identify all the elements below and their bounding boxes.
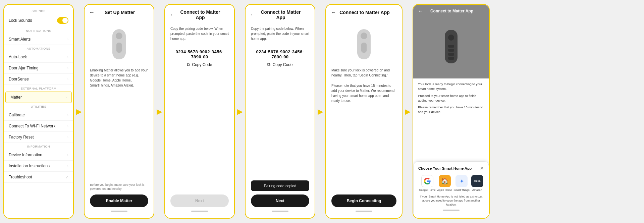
amazon-label: Amazon — [472, 188, 482, 191]
frame6-text-area: Your lock is ready to begin connecting t… — [413, 78, 489, 120]
frame3-body-text: Copy the pairing code below. When prompt… — [170, 26, 229, 41]
section-external: EXTERNAL PLATFORM — [4, 85, 73, 92]
arrow-1 — [74, 0, 84, 223]
factory-reset-row[interactable]: Factory Reset › — [4, 132, 73, 143]
wifi-row[interactable]: Connect To Wi-Fi Network › — [4, 121, 73, 132]
matter-label: Matter — [10, 95, 22, 100]
copy-icon: ⧉ — [267, 62, 270, 67]
door-ajar-label: Door Ajar Timing — [9, 66, 39, 70]
lock-sounds-toggle[interactable] — [57, 17, 68, 24]
apple-home-app[interactable]: 🏠 Apple Home — [437, 175, 452, 191]
chevron-icon: › — [67, 55, 68, 59]
amazon-icon: alexa — [471, 175, 483, 187]
section-sounds: SOUNDS — [4, 7, 73, 14]
home-indicator — [272, 211, 288, 212]
frame4-body-text: Copy the pairing code below. When prompt… — [251, 26, 309, 41]
chevron-icon: › — [67, 153, 68, 157]
next-button[interactable]: Next — [251, 194, 309, 207]
install-instructions-row[interactable]: Installation Instructions › — [4, 161, 73, 172]
doorsense-row[interactable]: DoorSense › — [4, 74, 73, 85]
auto-lock-label: Auto-Lock — [9, 55, 27, 59]
copy-code-label: Copy Code — [192, 62, 212, 67]
back-button[interactable]: ← — [89, 9, 95, 15]
frame5-header: ← Connect to Matter App — [326, 5, 402, 18]
back-button[interactable]: ← — [170, 12, 175, 18]
modal-title: Choose Your Smart Home App — [418, 166, 472, 170]
doorsense-label: DoorSense — [9, 77, 29, 81]
frame6-title: Connect to Matter App — [426, 9, 478, 13]
home-indicator — [111, 211, 127, 212]
smart-home-modal: Choose Your Smart Home App ✕ Google Home… — [413, 161, 489, 218]
back-button[interactable]: ← — [331, 9, 336, 15]
section-information: INFORMATION — [4, 143, 73, 150]
modal-footer-text: If your Smart Home App is not listed as … — [418, 195, 484, 207]
auto-lock-row[interactable]: Auto-Lock › — [4, 52, 73, 63]
external-link-icon: ⤢ — [65, 175, 68, 179]
smart-alerts-label: Smart Alerts — [9, 37, 31, 42]
wifi-label: Connect To Wi-Fi Network — [9, 124, 55, 128]
chevron-icon: › — [67, 77, 68, 81]
chevron-icon: › — [67, 135, 68, 139]
connect-matter-screen-1: ← Connect to Matter App Copy the pairing… — [164, 4, 235, 219]
arrow-3 — [235, 0, 245, 223]
chevron-icon: › — [65, 95, 67, 99]
home-indicator — [356, 211, 372, 212]
svg-rect-5 — [361, 43, 367, 53]
google-home-app[interactable]: Google Home — [419, 175, 435, 191]
modal-header: Choose Your Smart Home App ✕ — [418, 166, 484, 171]
copy-code-button[interactable]: ⧉ Copy Code — [251, 62, 309, 67]
svg-point-1 — [116, 33, 122, 39]
frame5-body-text2: Please note that you have 15 minutes to … — [331, 83, 396, 103]
lock-sounds-label: Lock Sounds — [9, 18, 32, 23]
svg-rect-8 — [448, 45, 454, 48]
pairing-code-display: 0234-5678-9002-3456-7890-00 — [251, 49, 309, 59]
lock-image — [352, 24, 376, 64]
arrow-2 — [154, 0, 164, 223]
section-notifications: NOTIFICATIONS — [4, 27, 73, 34]
enable-matter-button[interactable]: Enable Matter — [90, 194, 148, 207]
modal-close-button[interactable]: ✕ — [480, 166, 484, 171]
lock-sounds-row[interactable]: Lock Sounds — [4, 14, 73, 27]
frame5-body-text1: Make sure your lock is powered on and ne… — [331, 68, 396, 78]
next-button-disabled: Next — [170, 194, 229, 207]
door-ajar-row[interactable]: Door Ajar Timing › — [4, 63, 73, 74]
chevron-icon: › — [67, 113, 68, 117]
svg-rect-10 — [448, 53, 454, 56]
home-indicator — [443, 210, 460, 211]
begin-connecting-button[interactable]: Begin Connecting — [331, 194, 396, 207]
device-info-label: Device Information — [9, 153, 42, 157]
svg-rect-9 — [448, 49, 454, 52]
frame4-header: ← Connect to Matter App — [246, 5, 315, 23]
settings-list: SOUNDS Lock Sounds NOTIFICATIONS Smart A… — [4, 5, 73, 218]
frame6-ready-text: Your lock is ready to begin connecting t… — [418, 82, 484, 92]
factory-reset-label: Factory Reset — [9, 135, 34, 140]
chevron-icon: › — [67, 37, 68, 41]
matter-row[interactable]: Matter › — [5, 92, 72, 103]
smart-things-label: Smart Things — [453, 188, 469, 191]
frame6-reminder-text: Please remember that you have 15 minutes… — [418, 105, 484, 115]
frame5-body: Make sure your lock is powered on and ne… — [326, 18, 402, 218]
google-home-label: Google Home — [419, 188, 435, 191]
home-indicator — [191, 211, 208, 212]
copy-icon: ⧉ — [187, 62, 190, 67]
settings-screen: SOUNDS Lock Sounds NOTIFICATIONS Smart A… — [3, 4, 74, 219]
calibrate-row[interactable]: Calibrate › — [4, 110, 73, 121]
back-button[interactable]: ← — [250, 12, 256, 18]
troubleshoot-row[interactable]: Troubleshoot ⤢ — [4, 172, 73, 183]
svg-point-7 — [448, 35, 454, 41]
install-instructions-label: Installation Instructions — [9, 164, 50, 168]
amazon-app[interactable]: alexa Amazon — [471, 175, 483, 191]
frame2-body: Enabling Matter allows you to add your d… — [85, 18, 154, 218]
smart-alerts-row[interactable]: Smart Alerts › — [4, 34, 73, 45]
copy-code-button[interactable]: ⧉ Copy Code — [170, 62, 229, 67]
smart-things-app[interactable]: ✦ Smart Things — [453, 175, 469, 191]
smart-things-icon: ✦ — [455, 175, 468, 187]
back-button[interactable]: ← — [418, 8, 423, 14]
frame2-description: Enabling Matter allows you to add your d… — [90, 68, 148, 88]
section-utilities: UTILITIES — [4, 103, 73, 110]
svg-point-4 — [361, 33, 367, 39]
section-automations: AUTOMATIONS — [4, 45, 73, 52]
device-info-row[interactable]: Device Information › — [4, 150, 73, 161]
google-home-icon — [421, 175, 433, 187]
begin-connecting-screen: ← Connect to Matter App Make sure your l… — [325, 4, 402, 219]
